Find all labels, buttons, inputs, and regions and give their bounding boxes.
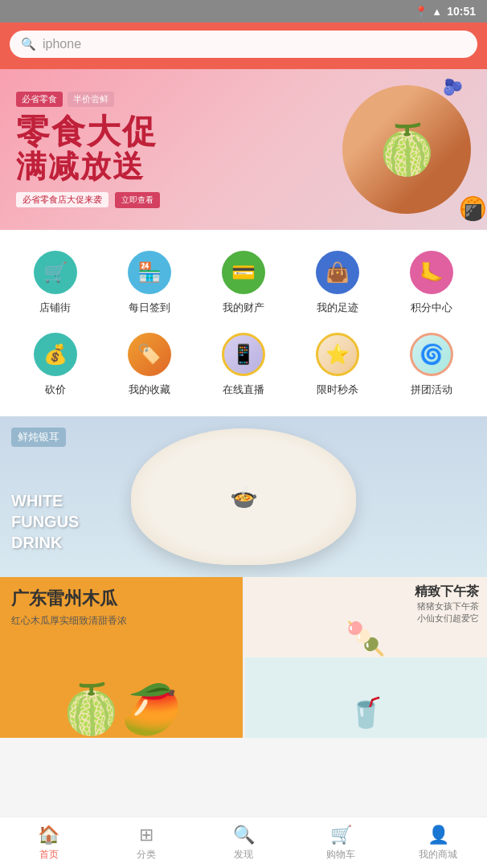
daily-signin-icon: 🏪 (128, 251, 171, 294)
my-assets-label: 我的财产 (223, 301, 264, 315)
shop-street-icon: 🛒 (34, 251, 77, 294)
home-icon: 🏠 (38, 825, 59, 845)
banner-tag1: 必省零食 (16, 92, 63, 107)
daily-signin-label: 每日签到 (129, 301, 170, 315)
group-buy-label: 拼团活动 (411, 383, 452, 397)
banner-tags: 必省零食 半价尝鲜 (16, 92, 114, 107)
banner-subtitle-text: 必省零食店大促来袭 (16, 192, 108, 207)
nav-category[interactable]: ⊞ 分类 (97, 818, 194, 868)
discover-icon: 🔍 (233, 825, 255, 845)
afternoon-tea-sub1: 猪猪女孩下午茶 (415, 600, 479, 612)
cart-label: 购物车 (326, 848, 355, 862)
my-assets-icon: 💳 (222, 251, 265, 294)
nav-cart[interactable]: 🛒 购物车 (293, 818, 390, 868)
nav-home[interactable]: 🏠 首页 (0, 818, 97, 868)
icon-points-center[interactable]: 🦶 积分中心 (385, 244, 479, 326)
banner-tag2: 半价尝鲜 (68, 92, 114, 107)
points-center-label: 积分中心 (411, 301, 452, 315)
status-bar: 📍 ▲ 10:51 (0, 0, 487, 23)
wifi-icon: ▲ (432, 6, 442, 18)
search-icon: 🔍 (21, 37, 36, 51)
my-footprint-label: 我的足迹 (317, 301, 358, 315)
flash-sale-label: 限时秒杀 (317, 383, 358, 397)
promo-banner[interactable]: 必省零食 半价尝鲜 零食大促 满减放送 必省零食店大促来袭 立即查看 🫐 🍈 🍘 (0, 69, 487, 230)
banner-subtitle: 必省零食店大促来袭 立即查看 (16, 192, 471, 208)
discover-label: 发现 (234, 848, 253, 862)
shop-street-label: 店铺街 (39, 301, 71, 315)
my-footprint-icon: 👜 (316, 251, 359, 294)
product-grid: 广东雷州木瓜 红心木瓜厚实细致清甜香浓 🍈🥭 精致下午茶 猪猪女孩下午茶 小仙女… (0, 577, 487, 738)
drink-img: 🥤 (245, 696, 488, 730)
icon-my-assets[interactable]: 💳 我的财产 (196, 244, 290, 326)
bottom-nav: 🏠 首页 ⊞ 分类 🔍 发现 🛒 购物车 👤 我的商城 (0, 817, 487, 868)
live-broadcast-icon: 📱 (222, 333, 265, 376)
papaya-img: 🍈🥭 (0, 633, 243, 738)
icon-grid: 🛒 店铺街 🏪 每日签到 💳 我的财产 👜 我的足迹 🦶 积分中心 💰 砍价 🏷… (0, 230, 487, 416)
nav-my-store[interactable]: 👤 我的商城 (390, 818, 487, 868)
cut-price-label: 砍价 (45, 383, 66, 397)
points-center-icon: 🦶 (410, 251, 453, 294)
product-card-papaya[interactable]: 广东雷州木瓜 红心木瓜厚实细致清甜香浓 🍈🥭 (0, 577, 243, 738)
banner-left-content: 必省零食 半价尝鲜 零食大促 满减放送 必省零食店大促来袭 立即查看 (0, 75, 487, 224)
category-label: 分类 (137, 848, 156, 862)
category-icon: ⊞ (139, 825, 153, 845)
header: 🔍 iphone (0, 23, 487, 69)
bowl-image: 🍲 (131, 428, 356, 565)
papaya-title: 广东雷州木瓜 (11, 587, 127, 611)
live-broadcast-label: 在线直播 (223, 383, 264, 397)
icon-my-collection[interactable]: 🏷️ 我的收藏 (102, 326, 196, 408)
papaya-sub: 红心木瓜厚实细致清甜香浓 (11, 614, 127, 628)
white-fungus-banner[interactable]: 鲜炖银耳 🍲 WHITE FUNGUS DRINK (0, 416, 487, 577)
my-collection-label: 我的收藏 (129, 383, 170, 397)
banner-title1: 零食大促 (16, 113, 471, 150)
afternoon-tea-img: 🍡 (245, 620, 488, 657)
cart-icon: 🛒 (330, 825, 352, 845)
group-buy-icon: 🌀 (410, 333, 453, 376)
product-card-afternoon-tea[interactable]: 精致下午茶 猪猪女孩下午茶 小仙女们超爱它 🍡 (245, 577, 488, 657)
bowl-emoji: 🍲 (230, 484, 258, 510)
flash-sale-icon: ⭐ (316, 333, 359, 376)
product-card-right: 精致下午茶 猪猪女孩下午茶 小仙女们超爱它 🍡 🥤 (245, 577, 488, 738)
icon-live-broadcast[interactable]: 📱 在线直播 (196, 326, 290, 408)
my-store-label: 我的商城 (419, 848, 457, 862)
icon-my-footprint[interactable]: 👜 我的足迹 (291, 244, 385, 326)
afternoon-tea-title: 精致下午茶 (415, 583, 479, 600)
my-store-icon: 👤 (428, 825, 449, 845)
icon-daily-signin[interactable]: 🏪 每日签到 (102, 244, 196, 326)
afternoon-tea-label: 精致下午茶 猪猪女孩下午茶 小仙女们超爱它 (415, 583, 479, 624)
icon-cut-price[interactable]: 💰 砍价 (8, 326, 102, 408)
product-card-drink[interactable]: 🥤 (245, 657, 488, 738)
home-label: 首页 (39, 848, 59, 862)
cut-price-icon: 💰 (34, 333, 77, 376)
icon-group-buy[interactable]: 🌀 拼团活动 (385, 326, 479, 408)
search-input-placeholder[interactable]: iphone (43, 37, 81, 51)
white-fungus-en-text: WHITE FUNGUS DRINK (11, 490, 79, 553)
icon-flash-sale[interactable]: ⭐ 限时秒杀 (291, 326, 385, 408)
banner-title2: 满减放送 (16, 150, 471, 184)
my-collection-icon: 🏷️ (128, 333, 171, 376)
location-icon: 📍 (415, 6, 428, 18)
banner-cta-button[interactable]: 立即查看 (115, 192, 160, 208)
status-icons: 📍 ▲ (415, 6, 442, 18)
white-fungus-tag: 鲜炖银耳 (11, 428, 66, 447)
papaya-card-text: 广东雷州木瓜 红心木瓜厚实细致清甜香浓 (11, 587, 127, 628)
search-bar[interactable]: 🔍 iphone (10, 31, 477, 58)
icon-shop-street[interactable]: 🛒 店铺街 (8, 244, 102, 326)
nav-discover[interactable]: 🔍 发现 (194, 818, 292, 868)
status-time: 10:51 (447, 5, 476, 18)
